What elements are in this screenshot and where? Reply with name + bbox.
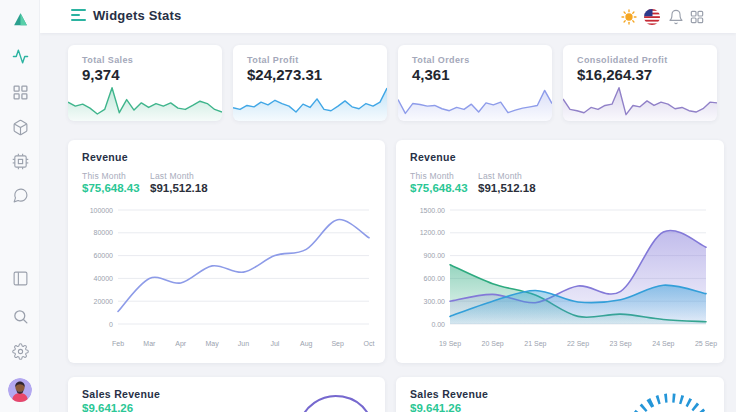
sun-icon	[621, 9, 637, 25]
svg-text:22 Sep: 22 Sep	[567, 340, 589, 348]
segmented-gauge-chart	[622, 390, 718, 412]
last-month-value: $91,512.18	[478, 182, 536, 194]
stat-value: 4,361	[412, 66, 450, 83]
hamburger-menu-icon[interactable]	[71, 9, 87, 23]
notifications-button[interactable]	[667, 8, 685, 26]
svg-text:20 Sep: 20 Sep	[482, 340, 504, 348]
card-title: Sales Revenue	[410, 388, 488, 400]
sidebar	[0, 0, 40, 412]
svg-text:Sep: Sep	[331, 340, 344, 348]
svg-text:0.00: 0.00	[431, 321, 445, 328]
stat-card-total-sales: Total Sales 9,374	[68, 45, 222, 121]
user-avatar[interactable]	[8, 378, 32, 402]
card-title: Sales Revenue	[82, 388, 160, 400]
last-month-value: $91,512.18	[150, 182, 208, 194]
last-month-label: Last Month	[478, 171, 522, 181]
stat-label: Total Sales	[82, 55, 133, 65]
app-logo[interactable]	[0, 7, 40, 31]
svg-text:23 Sep: 23 Sep	[610, 340, 632, 348]
sidebar-item-dashboard[interactable]	[0, 80, 40, 104]
svg-text:0: 0	[109, 321, 113, 328]
sidebar-item-activity[interactable]	[0, 44, 40, 68]
layout-columns-icon	[12, 270, 29, 287]
svg-text:19 Sep: 19 Sep	[439, 340, 461, 348]
svg-text:Mar: Mar	[143, 340, 156, 347]
sparkline-chart	[398, 83, 552, 121]
sparkline-chart	[563, 83, 717, 121]
svg-text:600.00: 600.00	[424, 275, 446, 282]
svg-text:60000: 60000	[94, 252, 114, 259]
svg-text:80000: 80000	[94, 229, 114, 236]
sales-revenue-card-right: Sales Revenue $9,641.26	[396, 377, 724, 412]
grid-menu-icon	[689, 9, 705, 25]
svg-text:Feb: Feb	[112, 340, 124, 347]
sidebar-item-products[interactable]	[0, 115, 40, 139]
sales-revenue-value: $9,641.26	[82, 402, 133, 412]
svg-text:100000: 100000	[90, 207, 113, 214]
chat-bubble-icon	[12, 187, 29, 204]
gauge-ticks-arc	[622, 390, 718, 412]
page-title: Widgets Stats	[93, 8, 181, 23]
stat-value: $16,264.37	[577, 66, 652, 83]
bell-icon	[668, 9, 684, 25]
stat-label: Total Orders	[412, 55, 470, 65]
settings-gear-icon	[12, 343, 29, 360]
sidebar-item-system[interactable]	[0, 149, 40, 173]
svg-text:20000: 20000	[94, 298, 114, 305]
stat-label: Consolidated Profit	[577, 55, 668, 65]
sparkline-chart	[233, 83, 387, 121]
revenue-daily-card: Revenue This Month $75,648.43 Last Month…	[396, 140, 724, 363]
svg-text:900.00: 900.00	[424, 252, 446, 259]
sidebar-item-messages[interactable]	[0, 183, 40, 207]
stat-value: 9,374	[82, 66, 120, 83]
svg-text:Aug: Aug	[300, 340, 313, 348]
this-month-label: This Month	[82, 171, 126, 181]
svg-text:40000: 40000	[94, 275, 114, 282]
package-box-icon	[12, 119, 29, 136]
stat-value: $24,273.31	[247, 66, 322, 83]
sparkline-chart	[68, 83, 222, 121]
donut-gauge-chart	[296, 392, 376, 412]
svg-text:300.00: 300.00	[424, 298, 446, 305]
svg-text:25 Sep: 25 Sep	[695, 340, 717, 348]
revenue-monthly-card: Revenue This Month $75,648.43 Last Month…	[68, 140, 385, 363]
dashboard-grid-icon	[12, 84, 29, 101]
avatar-image	[8, 378, 32, 402]
stat-label: Total Profit	[247, 55, 299, 65]
sidebar-item-layout[interactable]	[0, 266, 40, 290]
this-month-value: $75,648.43	[410, 182, 468, 194]
last-month-label: Last Month	[150, 171, 194, 181]
svg-text:21 Sep: 21 Sep	[524, 340, 546, 348]
sidebar-item-settings[interactable]	[0, 339, 40, 363]
top-header: Widgets Stats	[40, 0, 736, 33]
language-selector[interactable]	[643, 8, 661, 26]
svg-text:1500.00: 1500.00	[420, 207, 445, 214]
stat-card-consolidated-profit: Consolidated Profit $16,264.37	[563, 45, 717, 121]
sales-revenue-card-left: Sales Revenue $9,641.26	[68, 377, 385, 412]
stat-card-total-orders: Total Orders 4,361	[398, 45, 552, 121]
apps-menu-button[interactable]	[688, 8, 706, 26]
this-month-label: This Month	[410, 171, 454, 181]
card-title: Revenue	[410, 151, 456, 163]
revenue-monthly-chart: 020000400006000080000100000FebMarAprMayJ…	[74, 200, 379, 356]
stat-card-total-profit: Total Profit $24,273.31	[233, 45, 387, 121]
svg-text:1200.00: 1200.00	[420, 229, 445, 236]
search-icon	[12, 308, 29, 325]
gauge-progress-arc	[296, 392, 376, 412]
svg-text:Apr: Apr	[175, 340, 187, 348]
svg-text:Oct: Oct	[364, 340, 375, 347]
theme-toggle-button[interactable]	[620, 8, 638, 26]
revenue-daily-chart: 0.00300.00600.00900.001200.001500.0019 S…	[402, 200, 718, 356]
sales-revenue-value: $9,641.26	[410, 402, 461, 412]
svg-text:24 Sep: 24 Sep	[652, 340, 674, 348]
cpu-chip-icon	[12, 153, 29, 170]
card-title: Revenue	[82, 151, 128, 163]
svg-text:Jul: Jul	[270, 340, 279, 347]
sidebar-item-search[interactable]	[0, 304, 40, 328]
svg-text:May: May	[206, 340, 220, 348]
svg-text:Jun: Jun	[238, 340, 249, 347]
logo-triangle-icon	[12, 11, 29, 28]
this-month-value: $75,648.43	[82, 182, 140, 194]
activity-icon	[12, 48, 29, 65]
us-flag-icon	[644, 9, 660, 25]
